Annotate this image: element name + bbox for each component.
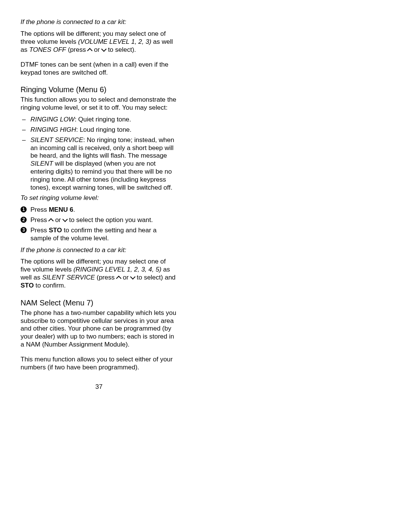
key-label: MENU 6 <box>49 206 73 213</box>
manual-page: If the phone is connected to a car kit: … <box>0 0 411 532</box>
list-item: SILENT SERVICE: No ringing tone; instead… <box>21 136 177 192</box>
text: (press <box>95 274 116 281</box>
car-kit-note: If the phone is connected to a car kit: <box>21 246 177 254</box>
step-item: Press or to select the option you want. <box>21 216 177 224</box>
key-label: STO <box>49 227 62 234</box>
key-label: STO <box>21 282 34 289</box>
silent-display-text: SILENT <box>30 160 53 167</box>
ringing-options-list: RINGING LOW: Quiet ringing tone. RINGING… <box>21 116 177 192</box>
ringing-level-option: (RINGING LEVEL 1, 2, 3, 4, 5) <box>73 266 161 273</box>
to-set-ringing-note: To set ringing volume level: <box>21 194 177 202</box>
step-text: Press <box>30 206 49 213</box>
up-arrow-icon <box>49 218 53 222</box>
down-arrow-icon <box>63 218 67 222</box>
text: or <box>92 46 102 53</box>
step-text: or <box>53 216 63 224</box>
text-column: If the phone is connected to a car kit: … <box>21 18 177 372</box>
text: to confirm. <box>34 282 66 289</box>
step-item: Press STO to confirm the setting and hea… <box>21 227 177 243</box>
step-text: . <box>73 206 75 213</box>
nam-paragraph-1: The phone has a two-number capability wh… <box>21 309 177 349</box>
text: to select). <box>106 46 136 53</box>
car-kit-ringing-paragraph: The options will be different; you may s… <box>21 258 177 290</box>
text: or <box>121 274 131 281</box>
step-text: Press <box>30 227 49 234</box>
volume-level-option: (VOLUME LEVEL 1, 2, 3) <box>78 38 151 45</box>
option-name: SILENT SERVICE <box>30 136 83 144</box>
ringing-steps: Press MENU 6. Press or to select the opt… <box>21 206 177 243</box>
nam-paragraph-2: This menu function allows you to select … <box>21 356 177 372</box>
car-kit-options-paragraph: The options will be different; you may s… <box>21 30 177 54</box>
silent-service-option: SILENT SERVICE <box>42 274 95 281</box>
text: to select) and <box>135 274 176 281</box>
list-item: RINGING HIGH: Loud ringing tone. <box>21 126 177 134</box>
step-text: to select the option you want. <box>67 216 153 224</box>
car-kit-note: If the phone is connected to a car kit: <box>21 18 177 26</box>
option-name: RINGING LOW <box>30 116 75 123</box>
text: (press <box>66 46 88 53</box>
step-item: Press MENU 6. <box>21 206 177 214</box>
down-arrow-icon <box>102 48 106 52</box>
up-arrow-icon <box>88 48 92 52</box>
option-name: RINGING HIGH <box>30 126 76 133</box>
dtmf-paragraph: DTMF tones can be sent (when in a call) … <box>21 61 177 77</box>
up-arrow-icon <box>117 276 121 280</box>
option-desc: : Quiet ringing tone. <box>75 116 131 123</box>
page-number: 37 <box>21 383 177 391</box>
tones-off-option: TONES OFF <box>29 46 66 53</box>
ringing-volume-heading: Ringing Volume (Menu 6) <box>21 85 177 94</box>
down-arrow-icon <box>131 276 135 280</box>
list-item: RINGING LOW: Quiet ringing tone. <box>21 116 177 124</box>
option-desc: : Loud ringing tone. <box>76 126 132 133</box>
nam-select-heading: NAM Select (Menu 7) <box>21 298 177 308</box>
ringing-intro: This function allows you to select and d… <box>21 96 177 112</box>
step-text: Press <box>30 216 49 224</box>
